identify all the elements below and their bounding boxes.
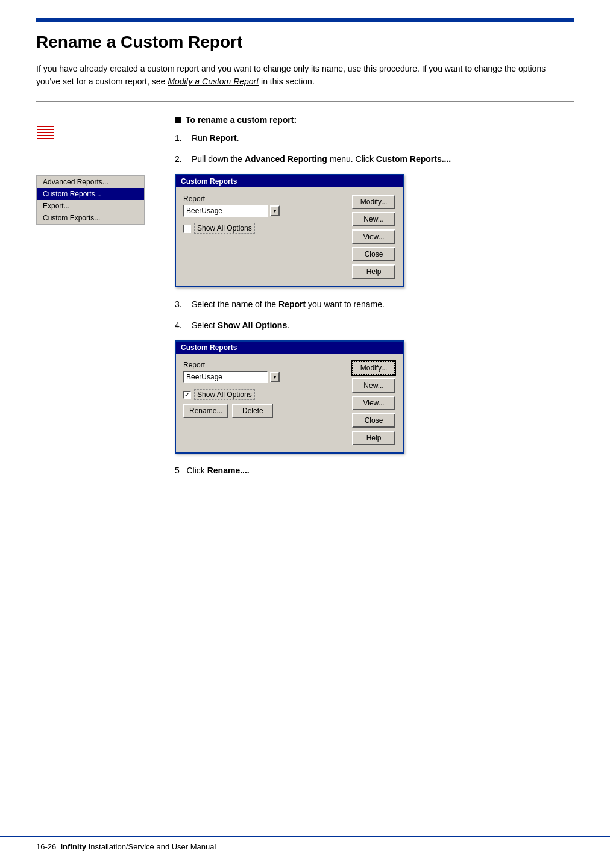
dialog-2-main: Report BeerUsage ▼ ✓ Show Al (183, 361, 346, 445)
menu-image: Advanced Reports... Custom Reports... Ex… (36, 175, 145, 225)
dialog-1-wrapper: Custom Reports Report BeerUsage ▼ (175, 174, 574, 287)
dialog-2-select-value: BeerUsage (186, 373, 222, 381)
intro-link[interactable]: Modify a Custom Report (168, 76, 259, 86)
step-2-bold1: Advanced Reporting (245, 154, 327, 164)
dialog-1: Custom Reports Report BeerUsage ▼ (175, 174, 404, 287)
page-container: Rename a Custom Report If you have alrea… (0, 0, 610, 868)
dialog-1-checkbox[interactable] (183, 225, 191, 233)
dialog-2-rename-btn[interactable]: Rename... (183, 404, 228, 418)
dialog-2-new-btn[interactable]: New... (352, 378, 395, 393)
right-column: To rename a custom report: 1. Run Report… (175, 115, 574, 486)
dialog-1-main: Report BeerUsage ▼ Show All (183, 195, 346, 279)
dialog-1-select[interactable]: BeerUsage (183, 205, 268, 217)
section-divider (36, 101, 574, 102)
step-2-bold2: Custom Reports.... (376, 154, 451, 164)
left-column: Advanced Reports... Custom Reports... Ex… (36, 115, 157, 486)
document-icon-area (36, 121, 66, 151)
menu-item-custom-exports[interactable]: Custom Exports... (37, 212, 144, 224)
menu-item-export[interactable]: Export... (37, 200, 144, 212)
step-3-bold: Report (278, 299, 306, 309)
step-1-bold: Report (210, 133, 237, 143)
dialog-1-field-group: Report BeerUsage ▼ (183, 195, 346, 217)
section-heading-text: To rename a custom report: (186, 115, 297, 125)
dialog-2-view-btn[interactable]: View... (352, 396, 395, 410)
section-heading: To rename a custom report: (175, 115, 574, 125)
step-4-num: 4. (175, 319, 187, 332)
dialog-2-delete-btn[interactable]: Delete (232, 404, 273, 418)
dialog-2-close-btn[interactable]: Close (352, 413, 395, 428)
dialog-2-buttons: Modify... New... View... Close Help (352, 361, 395, 445)
doc-red-line-2 (37, 129, 54, 130)
dialog-1-checkbox-label: Show All Options (194, 223, 255, 234)
dialog-2-title: Custom Reports (181, 343, 237, 352)
top-bar (36, 18, 574, 22)
step-3-text: Select the name of the Report you want t… (192, 298, 574, 311)
page-title: Rename a Custom Report (36, 33, 574, 52)
dialog-1-report-label: Report (183, 195, 346, 203)
footer: 16-26 Infinity Installation/Service and … (0, 836, 610, 856)
dialog-2-field-group: Report BeerUsage ▼ (183, 361, 346, 383)
dialog-2-modify-btn[interactable]: Modify... (352, 361, 395, 375)
step-5-num: 5 (175, 466, 186, 475)
doc-red-line-1 (37, 126, 54, 127)
step-3-num: 3. (175, 298, 187, 311)
bullet-icon (175, 117, 181, 123)
dialog-2-dropdown-arrow[interactable]: ▼ (270, 372, 280, 382)
step-1-num: 1. (175, 132, 187, 145)
step-3: 3. Select the name of the Report you wan… (175, 298, 574, 311)
footer-brand: Infinity (60, 842, 86, 851)
dialog-2-titlebar: Custom Reports (176, 342, 403, 354)
doc-red-lines (37, 126, 54, 141)
dialog-1-checkbox-row: Show All Options (183, 223, 346, 234)
dialog-1-body: Report BeerUsage ▼ Show All (176, 187, 403, 286)
step-2-num: 2. (175, 153, 187, 166)
dialog-2-body: Report BeerUsage ▼ ✓ Show Al (176, 354, 403, 452)
step-4-bold: Show All Options (218, 320, 287, 330)
footer-page-num: 16-26 (36, 842, 56, 851)
document-icon (36, 121, 60, 150)
dialog-1-modify-btn[interactable]: Modify... (352, 195, 395, 209)
dialog-2-action-btns: Rename... Delete (183, 404, 346, 418)
intro-text-after: in this section. (259, 76, 315, 86)
doc-red-line-4 (37, 135, 54, 136)
dialog-2-help-btn[interactable]: Help (352, 431, 395, 445)
dialog-1-dropdown-arrow[interactable]: ▼ (270, 205, 280, 216)
doc-red-line-5 (37, 138, 54, 139)
dialog-2-wrapper: Custom Reports Report BeerUsage ▼ (175, 340, 574, 454)
dialog-2-checkbox-label: Show All Options (194, 389, 255, 400)
menu-item-custom-reports[interactable]: Custom Reports... (37, 188, 144, 200)
dialog-2: Custom Reports Report BeerUsage ▼ (175, 340, 404, 454)
dialog-1-title: Custom Reports (181, 177, 237, 186)
step-4: 4. Select Show All Options. (175, 319, 574, 332)
dialog-1-buttons: Modify... New... View... Close Help (352, 195, 395, 279)
menu-item-advanced-reports[interactable]: Advanced Reports... (37, 176, 144, 188)
intro-paragraph: If you have already created a custom rep… (36, 63, 561, 88)
step-1-text: Run Report. (192, 132, 574, 145)
dialog-2-report-label: Report (183, 361, 346, 369)
dialog-2-select-row: BeerUsage ▼ (183, 371, 346, 383)
footer-text: Installation/Service and User Manual (86, 842, 216, 851)
dialog-1-select-value: BeerUsage (186, 207, 222, 215)
footer-brand-text: Infinity (60, 842, 86, 851)
content-area: Advanced Reports... Custom Reports... Ex… (36, 115, 574, 486)
step-1: 1. Run Report. (175, 132, 574, 145)
dialog-1-close-btn[interactable]: Close (352, 247, 395, 261)
dialog-1-select-row: BeerUsage ▼ (183, 205, 346, 217)
dialog-2-checkbox[interactable]: ✓ (183, 391, 191, 399)
step-5: 5 Click Rename.... (175, 464, 574, 477)
dialog-1-new-btn[interactable]: New... (352, 212, 395, 226)
step-2: 2. Pull down the Advanced Reporting menu… (175, 153, 574, 166)
step-5-bold: Rename.... (207, 466, 250, 475)
dialog-1-view-btn[interactable]: View... (352, 229, 395, 244)
dialog-2-select[interactable]: BeerUsage (183, 371, 268, 383)
step-2-text: Pull down the Advanced Reporting menu. C… (192, 153, 574, 166)
step-4-text: Select Show All Options. (192, 319, 574, 332)
doc-red-line-3 (37, 132, 54, 133)
dialog-1-titlebar: Custom Reports (176, 175, 403, 187)
dialog-2-checkbox-row: ✓ Show All Options (183, 389, 346, 400)
dialog-1-help-btn[interactable]: Help (352, 264, 395, 279)
